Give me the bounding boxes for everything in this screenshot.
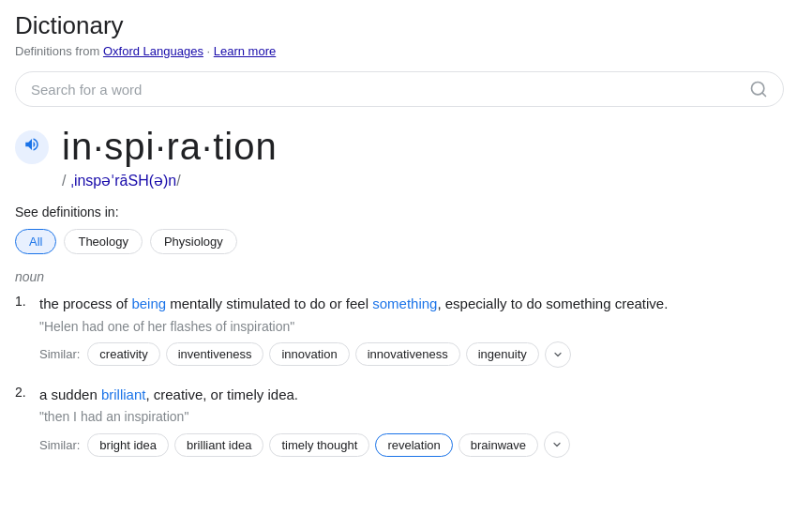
search-bar bbox=[15, 71, 784, 107]
similar-tag-brilliant-idea[interactable]: brilliant idea bbox=[174, 433, 263, 457]
def-text-2: a sudden brilliant, creative, or timely … bbox=[39, 385, 298, 406]
similar-row-1: Similar: creativity inventiveness innova… bbox=[39, 341, 797, 368]
speaker-button[interactable] bbox=[15, 130, 49, 164]
highlight-something-1: something bbox=[372, 295, 437, 311]
similar-tag-timely-thought[interactable]: timely thought bbox=[269, 433, 369, 457]
expand-similar-1-button[interactable] bbox=[545, 341, 571, 368]
similar-tag-innovation[interactable]: innovation bbox=[269, 342, 349, 366]
word-header: in·spi·ra·tion bbox=[15, 126, 797, 168]
example-quote-1: "Helen had one of her flashes of inspira… bbox=[39, 319, 797, 334]
similar-row-2: Similar: bright idea brilliant idea time… bbox=[39, 432, 797, 458]
tag-theology[interactable]: Theology bbox=[64, 229, 142, 254]
similar-tag-bright-idea[interactable]: bright idea bbox=[87, 433, 169, 457]
highlight-being: being bbox=[131, 295, 166, 311]
definitions-list: 1. the process of being mentally stimula… bbox=[15, 294, 797, 458]
see-definitions-label: See definitions in: bbox=[15, 204, 797, 220]
def-text-1: the process of being mentally stimulated… bbox=[39, 294, 668, 315]
tag-all[interactable]: All bbox=[15, 229, 56, 254]
category-tags: All Theology Physiology bbox=[15, 229, 797, 254]
speaker-icon bbox=[23, 136, 40, 158]
similar-tag-innovativeness[interactable]: innovativeness bbox=[355, 342, 460, 366]
similar-tag-creativity[interactable]: creativity bbox=[87, 342, 159, 366]
definition-item-2: 2. a sudden brilliant, creative, or time… bbox=[15, 385, 797, 459]
similar-tag-brainwave[interactable]: brainwave bbox=[459, 433, 538, 457]
example-quote-2: "then I had an inspiration" bbox=[39, 409, 797, 424]
main-word: in·spi·ra·tion bbox=[62, 126, 278, 168]
source-text: Definitions from bbox=[15, 44, 99, 58]
search-input[interactable] bbox=[31, 82, 749, 98]
definition-item-1: 1. the process of being mentally stimula… bbox=[15, 294, 797, 368]
similar-tag-inventiveness[interactable]: inventiveness bbox=[166, 342, 264, 366]
highlight-brilliant: brilliant bbox=[101, 386, 146, 402]
page-title: Dictionary bbox=[15, 11, 797, 40]
svg-line-1 bbox=[762, 93, 766, 97]
pos-label: noun bbox=[15, 269, 797, 284]
oxford-languages-link[interactable]: Oxford Languages bbox=[103, 44, 203, 58]
def-number-2: 2. bbox=[15, 385, 34, 400]
similar-label-1: Similar: bbox=[39, 347, 80, 361]
source-line: Definitions from Oxford Languages · Lear… bbox=[15, 44, 797, 58]
similar-tag-revelation[interactable]: revelation bbox=[375, 433, 452, 457]
search-icon[interactable] bbox=[749, 80, 768, 98]
similar-tag-ingenuity[interactable]: ingenuity bbox=[466, 342, 539, 366]
tag-physiology[interactable]: Physiology bbox=[150, 229, 237, 254]
similar-label-2: Similar: bbox=[39, 438, 80, 452]
pronunciation-link[interactable]: ˌinspəˈrāSH(ə)n bbox=[70, 173, 176, 189]
expand-similar-2-button[interactable] bbox=[544, 432, 570, 458]
def-number-1: 1. bbox=[15, 294, 34, 309]
learn-more-link[interactable]: Learn more bbox=[214, 44, 276, 58]
pronunciation: / ˌinspəˈrāSH(ə)n/ bbox=[62, 172, 797, 189]
